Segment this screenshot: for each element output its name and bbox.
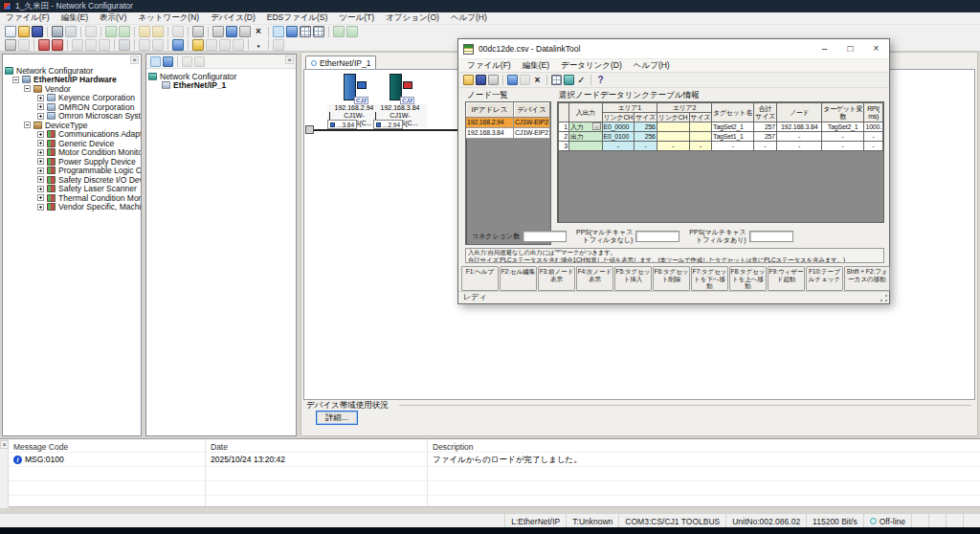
detail-button[interactable]: 詳細... xyxy=(316,411,358,425)
copy-icon[interactable] xyxy=(226,26,237,37)
dialog-menu-edit[interactable]: 編集(E) xyxy=(517,60,555,72)
edit-icon[interactable] xyxy=(85,26,97,37)
tree-item-plc[interactable]: Programmable Logic Controller xyxy=(5,167,139,176)
node-row-selected[interactable]: 192.168.2.94 CJ1W-EIP21 xyxy=(466,118,550,128)
paste-icon[interactable] xyxy=(239,26,251,37)
expand-icon[interactable] xyxy=(37,176,44,183)
new-icon[interactable] xyxy=(5,26,16,37)
tree-item-comm-adapter[interactable]: Communications Adapter xyxy=(5,130,139,140)
io-cell[interactable] xyxy=(568,142,602,151)
f3-prev-node-button[interactable]: F3:前ノード表示 xyxy=(538,266,575,291)
expand-icon[interactable] xyxy=(37,149,44,156)
paste-icon[interactable] xyxy=(520,75,530,85)
device-check-icon[interactable] xyxy=(99,39,110,51)
f5-insert-tagset-button[interactable]: F5:タグセット挿入 xyxy=(614,266,652,291)
io-cell[interactable]: 入力 xyxy=(568,122,602,132)
upload-network-icon[interactable] xyxy=(105,26,117,37)
device-upload-icon[interactable] xyxy=(38,39,50,51)
address-grid-2-icon[interactable] xyxy=(313,26,324,37)
expand-icon[interactable] xyxy=(37,131,44,138)
tree-item-vendor-specific[interactable]: Vendor Specific, Machine Vision Sma xyxy=(5,203,139,212)
connect-icon[interactable] xyxy=(172,26,184,37)
menu-option[interactable]: オプション(O) xyxy=(380,12,445,24)
tree-item-microscan[interactable]: Omron Microscan Systems Inc. xyxy=(5,112,139,122)
save-icon[interactable] xyxy=(32,26,43,37)
expand-icon[interactable] xyxy=(37,113,44,120)
minimize-icon[interactable] xyxy=(812,39,837,58)
message-row-date[interactable]: 2025/10/24 13:20:42 xyxy=(211,455,285,464)
refresh-icon[interactable] xyxy=(192,39,204,51)
copy-net-icon[interactable] xyxy=(333,26,345,37)
clock-icon[interactable] xyxy=(233,39,244,51)
shift-f2-focus-button[interactable]: Shift + F2:フォーカスの移動 xyxy=(844,266,890,291)
verify-config-icon[interactable] xyxy=(152,26,164,37)
tree-item-root[interactable]: Network Configurator xyxy=(5,66,139,76)
menu-network[interactable]: ネットワーク(N) xyxy=(132,12,205,24)
table-icon[interactable] xyxy=(551,75,562,85)
document-icon[interactable] xyxy=(219,39,231,51)
find-icon[interactable] xyxy=(253,39,264,51)
paste-net-icon[interactable] xyxy=(346,26,358,37)
tree-item-ethernet-ip-1[interactable]: EtherNet/IP_1 xyxy=(148,81,294,91)
node-address-2-icon[interactable] xyxy=(152,39,164,51)
print-icon[interactable] xyxy=(488,75,499,85)
open-icon[interactable] xyxy=(463,75,474,85)
tree-item-thermal[interactable]: Thermal Condition Monitoring Device xyxy=(5,193,139,203)
copy-icon[interactable] xyxy=(507,75,518,85)
delete-icon[interactable] xyxy=(253,26,264,37)
collapse-all-icon[interactable] xyxy=(194,56,205,67)
dialog-menu-datalink[interactable]: データリンク(D) xyxy=(555,60,628,72)
download-network-icon[interactable] xyxy=(119,26,130,37)
f2-cell-edit-button[interactable]: F2:セル編集 xyxy=(500,266,537,291)
close-panel-icon[interactable] xyxy=(285,56,294,64)
tree-item-power[interactable]: Power Supply Device xyxy=(5,157,139,167)
expand-icon[interactable] xyxy=(37,103,44,110)
help-icon[interactable] xyxy=(595,75,606,85)
user-account-icon[interactable] xyxy=(172,39,184,51)
tree-item-generic[interactable]: Generic Device xyxy=(5,139,139,148)
verify-structure-icon[interactable] xyxy=(139,26,150,37)
message-row-description[interactable]: ファイルからのロードが完了しました。 xyxy=(433,455,582,466)
tree-item-safety-laser[interactable]: Safety Laser Scanner xyxy=(5,185,139,194)
tree-view-small-icon[interactable] xyxy=(163,56,173,67)
resize-grip[interactable] xyxy=(880,294,888,302)
close-panel-icon[interactable] xyxy=(130,56,139,64)
menu-tool[interactable]: ツール(T) xyxy=(333,12,380,24)
menu-help[interactable]: ヘルプ(H) xyxy=(445,12,493,24)
address-grid-icon[interactable] xyxy=(300,26,311,37)
option-icon[interactable] xyxy=(273,39,284,51)
cut-icon[interactable] xyxy=(212,26,224,37)
menu-eds-file[interactable]: EDSファイル(S) xyxy=(261,12,334,24)
expand-icon[interactable] xyxy=(37,167,44,174)
expand-icon[interactable] xyxy=(37,186,44,192)
print-icon[interactable] xyxy=(192,26,204,37)
f1-help-button[interactable]: F1:ヘルプ xyxy=(461,266,499,291)
message-row-code[interactable]: MSG:0100 xyxy=(13,455,64,464)
node-address-icon[interactable] xyxy=(139,39,150,51)
expand-icon[interactable] xyxy=(37,204,44,211)
expand-icon[interactable] xyxy=(37,194,44,201)
tree-item-omron[interactable]: OMRON Corporation xyxy=(5,102,139,112)
f4-next-node-button[interactable]: F4:次ノード表示 xyxy=(576,266,613,291)
sort-icon[interactable] xyxy=(286,26,298,37)
open-icon[interactable] xyxy=(18,26,30,37)
f9-wizard-button[interactable]: F9:ウィザード起動 xyxy=(768,266,805,291)
save-icon[interactable] xyxy=(476,75,486,85)
collapse-icon[interactable] xyxy=(24,85,31,92)
wizard-icon[interactable] xyxy=(564,75,574,85)
back-icon[interactable] xyxy=(72,39,83,51)
f6-delete-tagset-button[interactable]: F6:タグセット削除 xyxy=(653,266,690,291)
menu-file[interactable]: ファイル(F) xyxy=(0,12,56,24)
dialog-menu-help[interactable]: ヘルプ(H) xyxy=(628,60,676,72)
download-device-icon[interactable] xyxy=(65,26,77,37)
io-cell[interactable]: 出力 xyxy=(568,132,602,142)
tree-view-icon[interactable] xyxy=(150,56,161,67)
expand-icon[interactable] xyxy=(37,140,44,146)
menu-device[interactable]: デバイス(D) xyxy=(205,12,261,24)
close-message-panel-icon[interactable] xyxy=(0,440,9,449)
f8-move-tagset-up-button[interactable]: F8:タグセットを上へ移動 xyxy=(729,266,767,291)
delete-icon[interactable] xyxy=(532,75,543,85)
tree-item-keyence[interactable]: Keyence Corporation xyxy=(5,94,139,103)
close-icon[interactable] xyxy=(863,39,889,58)
expand-icon[interactable] xyxy=(37,95,44,101)
